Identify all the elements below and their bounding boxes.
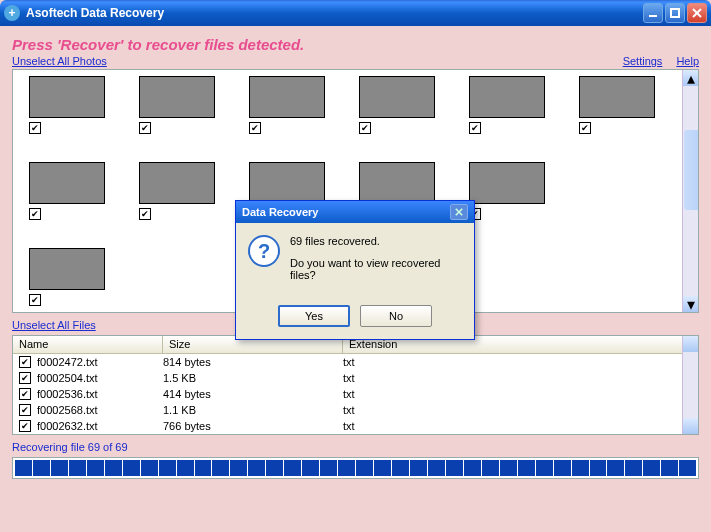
file-row[interactable]: f0002472.txt814 bytestxt (13, 354, 698, 370)
file-row[interactable]: f0002568.txt1.1 KBtxt (13, 402, 698, 418)
scroll-thumb[interactable] (684, 130, 699, 210)
checkbox-icon[interactable] (359, 122, 371, 134)
photo-item[interactable] (469, 76, 547, 134)
minimize-button[interactable] (643, 3, 663, 23)
checkbox-icon[interactable] (469, 122, 481, 134)
dialog-title: Data Recovery (242, 206, 318, 218)
instruction-text: Press 'Recover' to recover files detecte… (12, 36, 699, 53)
dialog-titlebar: Data Recovery (236, 201, 474, 223)
window-title: Asoftech Data Recovery (26, 6, 641, 20)
unselect-all-photos-link[interactable]: Unselect All Photos (12, 55, 107, 67)
checkbox-icon[interactable] (29, 294, 41, 306)
svg-rect-1 (671, 9, 679, 17)
maximize-button[interactable] (665, 3, 685, 23)
file-row[interactable]: f0002536.txt414 bytestxt (13, 386, 698, 402)
photo-item[interactable] (359, 76, 437, 134)
question-icon: ? (248, 235, 280, 267)
file-row[interactable]: f0002632.txt766 bytestxt (13, 418, 698, 434)
file-row[interactable]: f0002504.txt1.5 KBtxt (13, 370, 698, 386)
photo-item[interactable] (29, 76, 107, 134)
checkbox-icon[interactable] (139, 208, 151, 220)
photo-item[interactable] (579, 76, 657, 134)
checkbox-icon[interactable] (19, 420, 31, 432)
checkbox-icon[interactable] (19, 404, 31, 416)
progress-bar (12, 457, 699, 479)
scrollbar[interactable] (682, 336, 698, 434)
photo-item[interactable] (469, 162, 547, 220)
checkbox-icon[interactable] (579, 122, 591, 134)
dialog-close-button[interactable] (450, 204, 468, 220)
scroll-up-icon[interactable] (683, 336, 698, 352)
app-icon (4, 5, 20, 21)
dialog-text: 69 files recovered. Do you want to view … (290, 235, 462, 291)
help-link[interactable]: Help (676, 55, 699, 67)
checkbox-icon[interactable] (29, 208, 41, 220)
file-list: Name Size Extension f0002472.txt814 byte… (12, 335, 699, 435)
photo-item[interactable] (29, 162, 107, 220)
checkbox-icon[interactable] (249, 122, 261, 134)
checkbox-icon[interactable] (29, 122, 41, 134)
close-button[interactable] (687, 3, 707, 23)
scroll-down-icon[interactable]: ▾ (683, 296, 698, 312)
checkbox-icon[interactable] (19, 356, 31, 368)
scroll-down-icon[interactable] (683, 418, 698, 434)
photo-item[interactable] (139, 162, 217, 220)
scroll-up-icon[interactable]: ▴ (683, 70, 698, 86)
settings-link[interactable]: Settings (623, 55, 663, 67)
unselect-all-files-link[interactable]: Unselect All Files (12, 319, 96, 331)
photo-item[interactable] (29, 248, 107, 306)
checkbox-icon[interactable] (139, 122, 151, 134)
yes-button[interactable]: Yes (278, 305, 350, 327)
checkbox-icon[interactable] (19, 372, 31, 384)
checkbox-icon[interactable] (19, 388, 31, 400)
confirmation-dialog: Data Recovery ? 69 files recovered. Do y… (235, 200, 475, 340)
no-button[interactable]: No (360, 305, 432, 327)
titlebar: Asoftech Data Recovery (0, 0, 711, 26)
scrollbar[interactable]: ▴ ▾ (682, 70, 698, 312)
status-text: Recovering file 69 of 69 (12, 441, 699, 453)
column-name[interactable]: Name (13, 336, 163, 353)
photo-item[interactable] (139, 76, 217, 134)
photo-item[interactable] (249, 76, 327, 134)
